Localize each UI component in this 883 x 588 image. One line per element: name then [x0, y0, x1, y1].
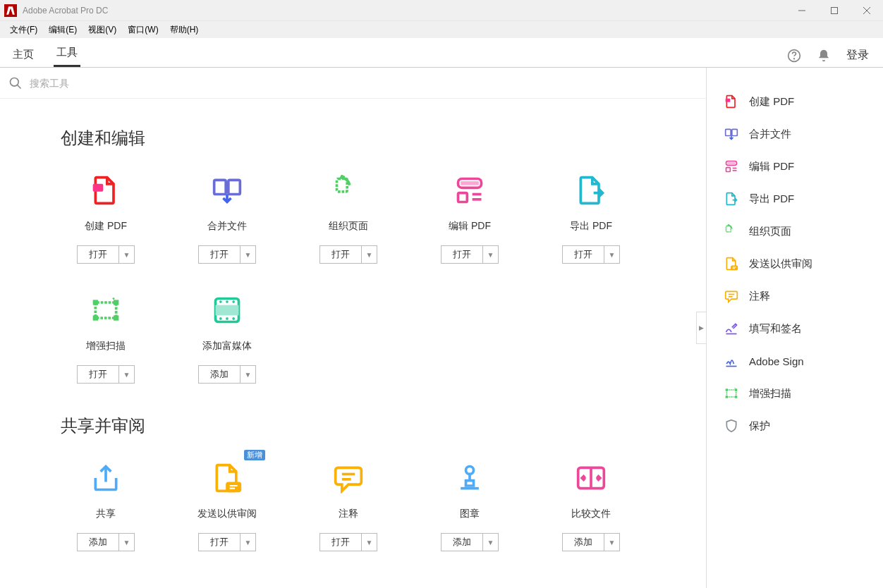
- tool-label: 编辑 PDF: [449, 220, 491, 233]
- shortcut-send-review[interactable]: 发送以供审阅: [707, 247, 883, 280]
- tool-dropdown-button[interactable]: ▼: [483, 533, 499, 551]
- shortcut-panel: 创建 PDF合并文件编辑 PDF导出 PDF组织页面发送以供审阅注释填写和签名A…: [707, 68, 883, 588]
- tool-card-create-pdf[interactable]: 创建 PDF打开▼: [62, 175, 150, 264]
- rich-media-icon: [212, 295, 243, 326]
- shortcut-enhance-scan[interactable]: 增强扫描: [707, 377, 883, 410]
- tool-card-comment[interactable]: 注释打开▼: [305, 463, 392, 551]
- tool-row: 增强扫描打开▼添加富媒体添加▼: [62, 295, 678, 384]
- tool-action-button[interactable]: 打开: [319, 245, 362, 264]
- tool-dropdown-button[interactable]: ▼: [119, 533, 135, 551]
- tool-action-button[interactable]: 打开: [77, 365, 119, 384]
- menu-help[interactable]: 帮助(H): [164, 23, 205, 37]
- tool-label: 添加富媒体: [202, 340, 252, 353]
- tool-dropdown-button[interactable]: ▼: [240, 365, 257, 384]
- titlebar: Adobe Acrobat Pro DC: [0, 0, 883, 21]
- tool-action-button[interactable]: 添加: [441, 533, 483, 551]
- tab-home[interactable]: 主页: [10, 42, 37, 67]
- shortcut-label: 增强扫描: [749, 387, 791, 400]
- export-pdf-icon: [576, 175, 607, 206]
- tool-dropdown-button[interactable]: ▼: [362, 245, 378, 264]
- tool-card-stamp[interactable]: 图章添加▼: [426, 463, 513, 551]
- stamp-icon: [454, 463, 485, 494]
- tool-dropdown-button[interactable]: ▼: [240, 533, 257, 551]
- side-toggle[interactable]: ▶: [696, 312, 706, 344]
- maximize-button[interactable]: [818, 0, 851, 20]
- tool-card-compare[interactable]: 比较文件添加▼: [547, 463, 635, 551]
- searchbar: [0, 68, 706, 99]
- shortcut-label: 组织页面: [749, 225, 791, 238]
- section-title: 创建和编辑: [61, 127, 678, 149]
- tool-card-send-review[interactable]: 新增发送以供审阅打开▼: [183, 463, 271, 551]
- help-icon[interactable]: [787, 49, 801, 63]
- shortcut-comment[interactable]: 注释: [707, 280, 883, 312]
- tab-tools[interactable]: 工具: [54, 40, 80, 67]
- tool-card-edit-pdf[interactable]: 编辑 PDF打开▼: [426, 175, 513, 264]
- svg-line-7: [18, 85, 21, 88]
- tool-card-share[interactable]: 共享添加▼: [62, 463, 150, 551]
- create-pdf-icon: [90, 175, 121, 206]
- tool-dropdown-button[interactable]: ▼: [483, 245, 499, 264]
- adobe-sign-icon: [724, 353, 739, 369]
- shortcut-label: 编辑 PDF: [749, 160, 794, 173]
- edit-pdf-icon: [724, 159, 739, 174]
- tool-action-button[interactable]: 打开: [441, 245, 483, 264]
- tool-dropdown-button[interactable]: ▼: [362, 533, 378, 551]
- shortcut-label: Adobe Sign: [749, 355, 804, 367]
- tool-label: 创建 PDF: [85, 220, 127, 233]
- tool-dropdown-button[interactable]: ▼: [604, 533, 621, 551]
- tool-label: 合并文件: [207, 220, 247, 233]
- shortcut-label: 保护: [749, 419, 770, 433]
- search-input[interactable]: [30, 78, 698, 89]
- tool-action-button[interactable]: 打开: [198, 533, 240, 551]
- tool-action-button[interactable]: 打开: [198, 245, 240, 264]
- tool-card-combine[interactable]: 合并文件打开▼: [183, 175, 271, 264]
- combine-icon: [212, 175, 243, 206]
- tool-card-organize[interactable]: 组织页面打开▼: [305, 175, 392, 264]
- tool-card-rich-media[interactable]: 添加富媒体添加▼: [183, 295, 271, 384]
- tool-dropdown-button[interactable]: ▼: [604, 245, 621, 264]
- tool-action-button[interactable]: 添加: [562, 533, 604, 551]
- tool-dropdown-button[interactable]: ▼: [119, 245, 135, 264]
- shortcut-fill-sign[interactable]: 填写和签名: [707, 312, 883, 345]
- tool-action-button[interactable]: 打开: [319, 533, 362, 551]
- menu-view[interactable]: 视图(V): [83, 23, 122, 37]
- tool-label: 发送以供审阅: [197, 508, 257, 520]
- shortcut-adobe-sign[interactable]: Adobe Sign: [707, 345, 883, 377]
- tabbar: 主页 工具 登录: [0, 38, 883, 68]
- app-title: Adobe Acrobat Pro DC: [23, 6, 786, 16]
- shortcut-organize[interactable]: 组织页面: [707, 215, 883, 247]
- shortcut-export-pdf[interactable]: 导出 PDF: [707, 183, 883, 215]
- menu-edit[interactable]: 编辑(E): [43, 23, 83, 37]
- tool-action-button[interactable]: 添加: [77, 533, 119, 551]
- tool-action-button[interactable]: 添加: [198, 365, 240, 384]
- bell-icon[interactable]: [817, 49, 831, 63]
- tool-label: 比较文件: [571, 508, 611, 520]
- shortcut-edit-pdf[interactable]: 编辑 PDF: [707, 150, 883, 183]
- combine-icon: [724, 126, 739, 142]
- compare-icon: [576, 463, 607, 494]
- tool-action-button[interactable]: 打开: [562, 245, 604, 264]
- tool-action-button[interactable]: 打开: [77, 245, 119, 264]
- shortcut-protect[interactable]: 保护: [707, 410, 883, 442]
- shortcut-label: 发送以供审阅: [749, 257, 812, 271]
- menubar: 文件(F) 编辑(E) 视图(V) 窗口(W) 帮助(H): [0, 21, 883, 38]
- menu-window[interactable]: 窗口(W): [122, 23, 164, 37]
- comment-icon: [333, 463, 364, 494]
- comment-icon: [724, 288, 739, 304]
- tool-card-export-pdf[interactable]: 导出 PDF打开▼: [547, 175, 635, 264]
- share-icon: [90, 463, 121, 494]
- tool-dropdown-button[interactable]: ▼: [240, 245, 257, 264]
- tool-scroll-area[interactable]: 创建和编辑创建 PDF打开▼合并文件打开▼组织页面打开▼编辑 PDF打开▼导出 …: [0, 99, 706, 588]
- minimize-button[interactable]: [786, 0, 818, 20]
- close-button[interactable]: [851, 0, 883, 20]
- tool-label: 共享: [96, 508, 116, 520]
- send-review-icon: [212, 463, 243, 494]
- tool-dropdown-button[interactable]: ▼: [119, 365, 135, 384]
- tool-label: 注释: [339, 508, 358, 520]
- shortcut-combine[interactable]: 合并文件: [707, 118, 883, 150]
- search-icon: [8, 76, 23, 90]
- menu-file[interactable]: 文件(F): [4, 23, 43, 37]
- login-button[interactable]: 登录: [846, 48, 869, 63]
- shortcut-create-pdf[interactable]: 创建 PDF: [707, 85, 883, 118]
- tool-card-enhance-scan[interactable]: 增强扫描打开▼: [62, 295, 150, 384]
